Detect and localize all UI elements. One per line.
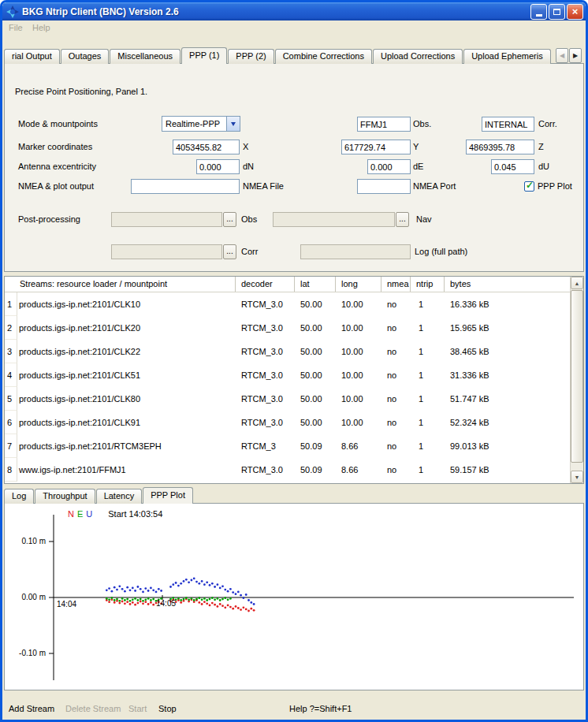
- stop-button[interactable]: Stop: [158, 704, 177, 713]
- delete-stream-button[interactable]: Delete Stream: [65, 704, 121, 713]
- post-obs-browse-button[interactable]: ...: [223, 212, 236, 227]
- marker-y-input[interactable]: [341, 140, 411, 154]
- post-log-input[interactable]: [300, 244, 411, 259]
- table-scrollbar[interactable]: ▲ ▼: [570, 277, 583, 483]
- stream-lat: 50.00: [295, 292, 336, 316]
- post-nav-input[interactable]: [273, 212, 395, 227]
- tab-ppp-1[interactable]: PPP (1): [181, 47, 227, 64]
- add-stream-button[interactable]: Add Stream: [9, 704, 54, 713]
- ppp-plot-checkbox[interactable]: [524, 181, 534, 192]
- tab-serial-output[interactable]: rial Output: [4, 49, 60, 64]
- stream-bytes: 38.465 kB: [445, 340, 583, 363]
- tab-scroll-right-button[interactable]: ▶: [569, 48, 582, 63]
- top-tab-strip: rial Output Outages Miscellaneous PPP (1…: [4, 47, 552, 64]
- stream-lat: 50.09: [295, 434, 336, 458]
- close-button[interactable]: ×: [567, 4, 583, 20]
- post-nav-browse-button[interactable]: ...: [396, 212, 409, 227]
- combo-dropdown-button[interactable]: [226, 117, 240, 131]
- stream-long: 10.00: [336, 387, 381, 411]
- mode-combobox[interactable]: Realtime-PPP: [162, 116, 240, 132]
- tab-outages[interactable]: Outages: [61, 49, 110, 64]
- row-number: 3: [5, 340, 17, 363]
- stream-nmea: no: [381, 292, 411, 316]
- panel-intro-text: Precise Point Positioning, Panel 1.: [15, 84, 147, 99]
- stream-row[interactable]: 4 products.igs-ip.net:2101/CLK51 RTCM_3.…: [5, 363, 583, 387]
- nmea-plot-output-label: NMEA & plot output: [18, 179, 94, 194]
- minimize-button[interactable]: [530, 4, 547, 20]
- nmea-file-input[interactable]: [131, 179, 240, 194]
- stream-row[interactable]: 5 products.igs-ip.net:2101/CLK80 RTCM_3.…: [5, 387, 583, 411]
- stream-source: products.igs-ip.net:2101/CLK22: [17, 340, 236, 363]
- legend-n-label: N: [68, 509, 74, 519]
- stream-row[interactable]: 1 products.igs-ip.net:2101/CLK10 RTCM_3.…: [5, 292, 583, 316]
- mode-mountpoints-label: Mode & mountpoints: [18, 117, 98, 132]
- scrollbar-thumb[interactable]: [571, 290, 583, 463]
- nmea-port-input[interactable]: [357, 179, 411, 194]
- stream-source: products.igs-ip.net:2101/RTCM3EPH: [17, 434, 236, 458]
- tab-ppp-2[interactable]: PPP (2): [228, 49, 274, 64]
- menu-file[interactable]: File: [6, 23, 26, 32]
- header-ntrip: ntrip: [411, 277, 445, 292]
- header-lat: lat: [295, 277, 336, 292]
- stream-bytes: 15.965 kB: [445, 316, 583, 340]
- menu-help[interactable]: Help: [29, 23, 54, 32]
- stream-lat: 50.00: [295, 363, 336, 387]
- nmea-file-label: NMEA File: [243, 179, 284, 194]
- stream-source: products.igs-ip.net:2101/CLK10: [17, 292, 236, 316]
- antenna-de-input[interactable]: [367, 159, 411, 174]
- maximize-icon: [553, 9, 560, 15]
- marker-x-input[interactable]: [173, 140, 240, 154]
- post-corr-input[interactable]: [111, 244, 222, 259]
- tab-throughput[interactable]: Throughput: [35, 489, 95, 504]
- marker-coordinates-label: Marker coordinates: [18, 140, 92, 154]
- marker-y-label: Y: [413, 140, 419, 154]
- post-obs-label: Obs: [241, 212, 257, 227]
- row-number: 8: [5, 458, 17, 482]
- scroll-down-button[interactable]: ▼: [571, 471, 583, 483]
- stream-source: products.igs-ip.net:2101/CLK80: [17, 387, 236, 411]
- stream-source: products.igs-ip.net:2101/CLK91: [17, 411, 236, 434]
- stream-bytes: 16.336 kB: [445, 292, 583, 316]
- tab-upload-corrections[interactable]: Upload Corrections: [373, 49, 463, 64]
- tab-upload-ephemeris[interactable]: Upload Ephemeris: [463, 49, 551, 64]
- x-tick-1405: 14:05: [156, 599, 176, 608]
- title-bar[interactable]: BKG Ntrip Client (BNC) Version 2.6 ×: [2, 2, 586, 20]
- stream-ntrip: 1: [411, 316, 445, 340]
- stream-lat: 50.00: [295, 316, 336, 340]
- stream-lat: 50.00: [295, 387, 336, 411]
- stream-long: 10.00: [336, 292, 381, 316]
- tab-latency[interactable]: Latency: [96, 489, 143, 504]
- antenna-du-input[interactable]: [491, 159, 534, 174]
- corr-mountpoint-input[interactable]: [482, 117, 534, 132]
- stream-row[interactable]: 8 www.igs-ip.net:2101/FFMJ1 RTCM_3.0 50.…: [5, 458, 583, 482]
- tab-ppp-plot[interactable]: PPP Plot: [143, 487, 193, 504]
- antenna-dn-input[interactable]: [196, 159, 240, 174]
- tab-combine-corrections[interactable]: Combine Corrections: [275, 49, 372, 64]
- header-decoder: decoder: [236, 277, 295, 292]
- start-button[interactable]: Start: [128, 704, 147, 713]
- tab-log[interactable]: Log: [4, 489, 34, 504]
- post-obs-input[interactable]: [111, 212, 222, 227]
- maximize-button[interactable]: [549, 4, 565, 20]
- tab-miscellaneous[interactable]: Miscellaneous: [110, 49, 180, 64]
- stream-row[interactable]: 2 products.igs-ip.net:2101/CLK20 RTCM_3.…: [5, 316, 583, 340]
- stream-bytes: 99.013 kB: [445, 434, 583, 458]
- stream-source: products.igs-ip.net:2101/CLK51: [17, 363, 236, 387]
- arrow-up-icon: ▲: [575, 281, 580, 286]
- mode-combobox-value: Realtime-PPP: [162, 119, 226, 128]
- marker-z-input[interactable]: [466, 140, 534, 154]
- post-corr-browse-button[interactable]: ...: [223, 244, 236, 259]
- obs-mountpoint-input[interactable]: [357, 117, 411, 132]
- window-title: BKG Ntrip Client (BNC) Version 2.6: [22, 6, 530, 17]
- y-tick-010: 0.10 m: [6, 537, 46, 545]
- row-number: 1: [5, 292, 17, 316]
- stream-nmea: no: [381, 340, 411, 363]
- tab-scroll-left-button[interactable]: ◀: [556, 48, 568, 63]
- marker-z-label: Z: [538, 140, 544, 154]
- scroll-up-button[interactable]: ▲: [571, 277, 583, 289]
- stream-lat: 50.00: [295, 411, 336, 434]
- row-number: 2: [5, 316, 17, 340]
- stream-row[interactable]: 7 products.igs-ip.net:2101/RTCM3EPH RTCM…: [5, 434, 583, 458]
- stream-row[interactable]: 3 products.igs-ip.net:2101/CLK22 RTCM_3.…: [5, 340, 583, 363]
- stream-row[interactable]: 6 products.igs-ip.net:2101/CLK91 RTCM_3.…: [5, 411, 583, 434]
